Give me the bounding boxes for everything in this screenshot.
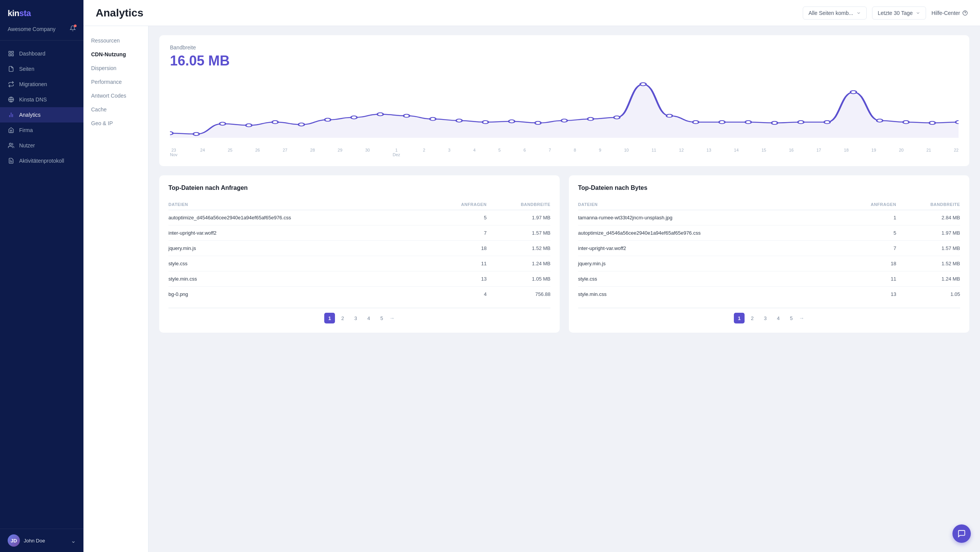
- sub-nav-geo-&-ip[interactable]: Geo & IP: [83, 116, 148, 130]
- file-name: style.css: [578, 276, 597, 282]
- pages-dropdown[interactable]: Alle Seiten komb...: [803, 7, 867, 20]
- next-page-arrow[interactable]: →: [799, 315, 804, 321]
- chat-bubble[interactable]: [952, 524, 971, 543]
- requests-cell: 1: [841, 210, 896, 225]
- nav-label-seiten: Seiten: [19, 66, 34, 72]
- sub-nav-cdn-nutzung[interactable]: CDN-Nutzung: [83, 47, 148, 61]
- bandwidth-chart-card: Bandbreite 16.05 MB 23Nov242526272829301…: [159, 35, 969, 166]
- file-name: autoptimize_d4546a56cee2940e1a94ef65af65…: [578, 230, 701, 236]
- x-axis-label: 28: [310, 148, 315, 157]
- bandwidth-cell: 1.52 MB: [896, 256, 960, 271]
- chart-dot: [824, 121, 830, 124]
- chart-dot: [956, 121, 959, 124]
- page-btn[interactable]: 4: [363, 313, 374, 323]
- chart-dot: [456, 119, 462, 122]
- bandwidth-cell: 1.24 MB: [487, 256, 550, 271]
- x-axis-label: 30: [365, 148, 370, 157]
- chart-dot: [640, 83, 646, 86]
- avatar: JD: [8, 534, 20, 547]
- requests-cell: 5: [432, 210, 487, 225]
- page-btn[interactable]: 2: [337, 313, 348, 323]
- sidebar-item-migrationen[interactable]: Migrationen: [0, 77, 83, 92]
- sidebar-item-firma[interactable]: Firma: [0, 122, 83, 138]
- requests-cell: 7: [841, 241, 896, 256]
- chart-dot: [851, 91, 857, 94]
- sub-nav-antwort-codes[interactable]: Antwort Codes: [83, 89, 148, 103]
- page-btn[interactable]: 1: [324, 313, 335, 323]
- chart-dot: [772, 121, 778, 124]
- page-btn[interactable]: 5: [786, 313, 797, 323]
- sub-nav-ressourcen[interactable]: Ressourcen: [83, 34, 148, 47]
- col-files-1: DATEIEN: [168, 199, 432, 210]
- bandwidth-cell: 1.05 MB: [487, 271, 550, 287]
- bandwidth-cell: 756.88: [487, 287, 550, 302]
- x-axis-label: 10: [624, 148, 629, 157]
- page-btn[interactable]: 5: [376, 313, 387, 323]
- x-axis-label: 3: [448, 148, 450, 157]
- seiten-icon: [8, 65, 15, 72]
- x-axis-label: 17: [817, 148, 821, 157]
- page-btn[interactable]: 3: [350, 313, 361, 323]
- x-axis-label: 11: [652, 148, 656, 157]
- sidebar-nav: Dashboard Seiten Migrationen Kinsta DNS …: [0, 41, 83, 529]
- bandwidth-cell: 1.57 MB: [896, 241, 960, 256]
- user-menu-toggle[interactable]: ⌄: [71, 537, 76, 544]
- bandwidth-cell: 2.84 MB: [896, 210, 960, 225]
- firma-icon: [8, 127, 15, 134]
- main-area: Analytics Alle Seiten komb... Letzte 30 …: [83, 0, 980, 552]
- sidebar-item-kinsta-dns[interactable]: Kinsta DNS: [0, 92, 83, 107]
- svg-rect-0: [9, 51, 11, 53]
- requests-cell: 18: [841, 256, 896, 271]
- table-row: style.css 11 1.24 MB: [578, 271, 960, 287]
- nav-label-nutzer: Nutzer: [19, 142, 35, 149]
- sub-nav-cache[interactable]: Cache: [83, 103, 148, 116]
- sub-nav-performance[interactable]: Performance: [83, 75, 148, 89]
- bandwidth-value: 16.05 MB: [170, 53, 959, 69]
- sidebar-item-dashboard[interactable]: Dashboard: [0, 46, 83, 61]
- date-dropdown[interactable]: Letzte 30 Tage: [872, 7, 926, 20]
- requests-cell: 4: [432, 287, 487, 302]
- x-axis-label: 16: [789, 148, 794, 157]
- nav-label-firma: Firma: [19, 127, 33, 133]
- file-name: style.css: [168, 261, 188, 266]
- bandwidth-label: Bandbreite: [170, 44, 959, 51]
- table-row: autoptimize_d4546a56cee2940e1a94ef65af65…: [168, 210, 550, 225]
- bandwidth-cell: 1.97 MB: [487, 210, 550, 225]
- chart-dot: [903, 121, 909, 124]
- bandwidth-cell: 1.05: [896, 287, 960, 302]
- chart-dot: [877, 119, 883, 122]
- chart-dot: [561, 119, 567, 122]
- page-btn[interactable]: 3: [760, 313, 771, 323]
- help-center-link[interactable]: Hilfe-Center: [931, 10, 968, 16]
- x-axis-label: 12: [679, 148, 684, 157]
- requests-cell: 13: [841, 287, 896, 302]
- kinsta-logo: kinsta: [8, 8, 31, 18]
- page-btn[interactable]: 1: [734, 313, 745, 323]
- chart-dot: [351, 116, 357, 119]
- requests-cell: 11: [432, 256, 487, 271]
- sidebar: kinsta Awesome Company Dashboard Seiten …: [0, 0, 83, 552]
- sidebar-item-aktivitaeten[interactable]: Aktivitätenprotokoll: [0, 153, 83, 168]
- file-name: autoptimize_d4546a56cee2940e1a94ef65af65…: [168, 215, 291, 220]
- x-axis-label: 18: [844, 148, 849, 157]
- top-files-bytes-card: Top-Dateien nach Bytes DATEIEN ANFRAGEN …: [569, 175, 969, 333]
- sidebar-item-nutzer[interactable]: Nutzer: [0, 138, 83, 153]
- page-btn[interactable]: 2: [747, 313, 758, 323]
- x-axis-label: 21: [926, 148, 931, 157]
- x-axis-label: 29: [338, 148, 342, 157]
- notification-bell[interactable]: [70, 25, 76, 33]
- file-name: inter-upright-var.woff2: [578, 245, 626, 251]
- nav-label-kinsta-dns: Kinsta DNS: [19, 96, 47, 103]
- user-info: JD John Doe: [8, 534, 45, 547]
- chart-dot: [193, 132, 199, 136]
- sidebar-item-seiten[interactable]: Seiten: [0, 61, 83, 77]
- chart-dot: [693, 121, 699, 124]
- chart-dot: [403, 114, 410, 118]
- page-btn[interactable]: 4: [773, 313, 784, 323]
- table-row: autoptimize_d4546a56cee2940e1a94ef65af65…: [578, 225, 960, 241]
- logo-area: kinsta: [0, 0, 83, 22]
- sidebar-item-analytics[interactable]: Analytics: [0, 107, 83, 122]
- next-page-arrow[interactable]: →: [389, 315, 395, 321]
- table2: DATEIEN ANFRAGEN BANDBREITE tamanna-rume…: [578, 199, 960, 302]
- sub-nav-dispersion[interactable]: Dispersion: [83, 61, 148, 75]
